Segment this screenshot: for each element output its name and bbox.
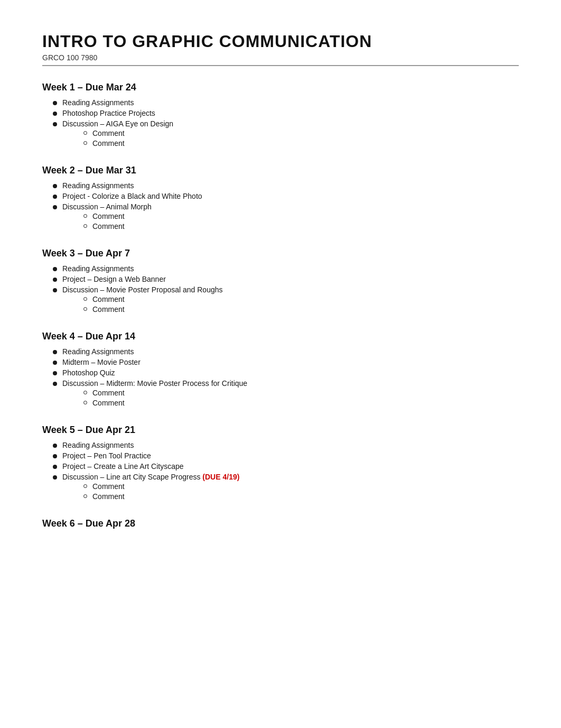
week-list-5: Reading AssignmentsProject – Pen Tool Pr… — [42, 441, 519, 502]
bullet-icon — [53, 371, 57, 375]
sub-item-text: Comment — [92, 389, 125, 397]
sub-list-item: Comment — [83, 399, 519, 407]
sub-item-text: Comment — [92, 295, 125, 303]
list-item: Discussion – Midterm: Movie Poster Proce… — [53, 379, 519, 409]
item-text: Photoshop Quiz — [62, 368, 115, 377]
sub-bullet-icon — [83, 484, 87, 488]
sub-item-text: Comment — [92, 399, 125, 407]
bullet-icon — [53, 101, 57, 105]
bullet-icon — [53, 475, 57, 480]
list-item: Project – Design a Web Banner — [53, 275, 519, 283]
sub-list-item: Comment — [83, 139, 519, 148]
list-item: Project – Pen Tool Practice — [53, 451, 519, 460]
sub-list-item: Comment — [83, 305, 519, 314]
item-text: Project – Design a Web Banner — [62, 275, 166, 283]
due-highlight: (DUE 4/19) — [200, 473, 239, 481]
sub-item-text: Comment — [92, 129, 125, 137]
item-text: Photoshop Practice Projects — [62, 109, 155, 117]
item-text: Discussion – AIGA Eye on Design — [62, 119, 173, 128]
list-item: Photoshop Quiz — [53, 368, 519, 377]
week-section-6: Week 6 – Due Apr 28 — [42, 518, 519, 529]
item-text: Reading Assignments — [62, 98, 134, 107]
item-text: Project – Pen Tool Practice — [62, 451, 151, 460]
sub-list-item: Comment — [83, 492, 519, 501]
list-item: Discussion – AIGA Eye on DesignCommentCo… — [53, 119, 519, 149]
bullet-icon — [53, 288, 57, 292]
title-divider — [42, 65, 519, 66]
bullet-icon — [53, 205, 57, 209]
list-item: Reading Assignments — [53, 98, 519, 107]
item-text: Discussion – Animal Morph — [62, 202, 152, 211]
sub-list: CommentComment — [62, 482, 519, 501]
sub-item-text: Comment — [92, 222, 125, 231]
item-text: Reading Assignments — [62, 347, 134, 356]
bullet-icon — [53, 112, 57, 116]
sub-item-text: Comment — [92, 492, 125, 501]
list-item: Midterm – Movie Poster — [53, 358, 519, 366]
course-code: GRCO 100 7980 — [42, 53, 519, 62]
sub-bullet-icon — [83, 401, 87, 404]
bullet-icon — [53, 122, 57, 126]
bullet-icon — [53, 465, 57, 469]
list-item: Project – Create a Line Art Cityscape — [53, 462, 519, 471]
item-text: Discussion – Movie Poster Proposal and R… — [62, 285, 223, 294]
item-text: Project – Create a Line Art Cityscape — [62, 462, 184, 471]
list-item: Project - Colorize a Black and White Pho… — [53, 192, 519, 200]
bullet-icon — [53, 350, 57, 354]
sub-item-text: Comment — [92, 139, 125, 148]
week-heading-5: Week 5 – Due Apr 21 — [42, 425, 519, 436]
sub-list-item: Comment — [83, 295, 519, 303]
item-text: Project - Colorize a Black and White Pho… — [62, 192, 202, 200]
item-text: Discussion – Midterm: Movie Poster Proce… — [62, 379, 247, 388]
list-item: Discussion – Animal MorphCommentComment — [53, 202, 519, 232]
list-item: Discussion – Line art City Scape Progres… — [53, 473, 519, 502]
sub-list-item: Comment — [83, 389, 519, 397]
bullet-icon — [53, 382, 57, 386]
bullet-icon — [53, 195, 57, 199]
sub-bullet-icon — [83, 494, 87, 498]
list-item: Photoshop Practice Projects — [53, 109, 519, 117]
sub-bullet-icon — [83, 391, 87, 394]
week-section-5: Week 5 – Due Apr 21Reading AssignmentsPr… — [42, 425, 519, 502]
sub-list-item: Comment — [83, 129, 519, 137]
bullet-icon — [53, 444, 57, 448]
sub-bullet-icon — [83, 224, 87, 228]
sub-list: CommentComment — [62, 129, 519, 148]
sub-bullet-icon — [83, 131, 87, 135]
item-text: Reading Assignments — [62, 264, 134, 273]
week-list-2: Reading AssignmentsProject - Colorize a … — [42, 181, 519, 232]
week-section-1: Week 1 – Due Mar 24Reading AssignmentsPh… — [42, 82, 519, 149]
list-item: Reading Assignments — [53, 347, 519, 356]
week-list-1: Reading AssignmentsPhotoshop Practice Pr… — [42, 98, 519, 149]
list-item: Discussion – Movie Poster Proposal and R… — [53, 285, 519, 315]
list-item: Reading Assignments — [53, 264, 519, 273]
bullet-icon — [53, 267, 57, 271]
item-text: Reading Assignments — [62, 181, 134, 190]
week-list-3: Reading AssignmentsProject – Design a We… — [42, 264, 519, 315]
sub-list-item: Comment — [83, 482, 519, 491]
list-item: Reading Assignments — [53, 181, 519, 190]
sub-list-item: Comment — [83, 222, 519, 231]
bullet-icon — [53, 454, 57, 458]
sub-bullet-icon — [83, 297, 87, 301]
weeks-container: Week 1 – Due Mar 24Reading AssignmentsPh… — [42, 82, 519, 529]
item-text: Discussion – Line art City Scape Progres… — [62, 473, 200, 481]
sub-list-item: Comment — [83, 212, 519, 220]
week-heading-1: Week 1 – Due Mar 24 — [42, 82, 519, 93]
week-heading-3: Week 3 – Due Apr 7 — [42, 248, 519, 259]
sub-item-text: Comment — [92, 305, 125, 314]
item-text: Reading Assignments — [62, 441, 134, 449]
sub-item-text: Comment — [92, 482, 125, 491]
week-section-2: Week 2 – Due Mar 31Reading AssignmentsPr… — [42, 165, 519, 232]
bullet-icon — [53, 184, 57, 188]
sub-list: CommentComment — [62, 212, 519, 231]
week-heading-2: Week 2 – Due Mar 31 — [42, 165, 519, 176]
sub-list: CommentComment — [62, 389, 519, 407]
week-list-4: Reading AssignmentsMidterm – Movie Poste… — [42, 347, 519, 409]
sub-item-text: Comment — [92, 212, 125, 220]
week-heading-6: Week 6 – Due Apr 28 — [42, 518, 519, 529]
bullet-icon — [53, 361, 57, 365]
sub-bullet-icon — [83, 141, 87, 145]
item-text: Midterm – Movie Poster — [62, 358, 141, 366]
sub-bullet-icon — [83, 214, 87, 218]
